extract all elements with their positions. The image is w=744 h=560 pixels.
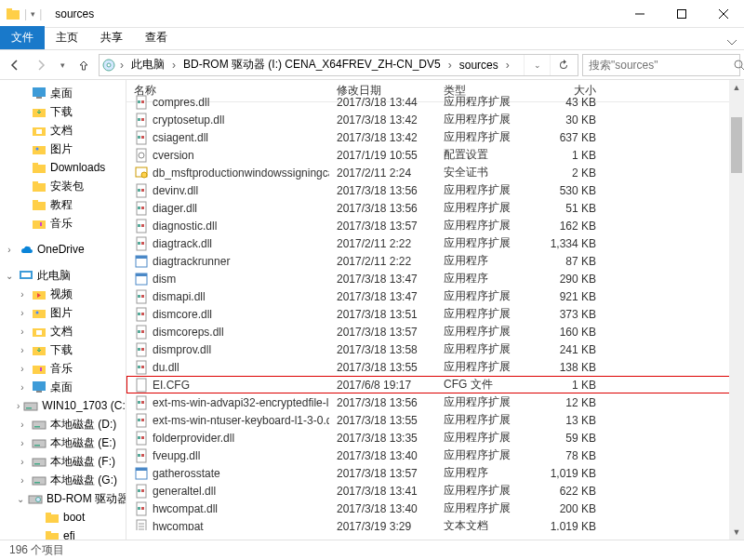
tab-view[interactable]: 查看 — [134, 26, 179, 49]
file-row[interactable]: fveupg.dll2017/3/18 13:40应用程序扩展78 KB — [126, 447, 744, 464]
expand-icon[interactable]: › — [17, 401, 20, 411]
tree-item[interactable]: 桌面 — [0, 84, 126, 102]
expand-icon[interactable]: ⌄ — [4, 271, 15, 281]
forward-button[interactable] — [30, 54, 52, 76]
back-button[interactable] — [4, 54, 26, 76]
file-row[interactable]: gatherosstate2017/3/18 13:57应用程序1,019 KB — [126, 464, 744, 482]
recent-dropdown-icon[interactable]: ▾ — [56, 54, 69, 76]
file-row[interactable]: diagtrackrunner2017/2/11 2:22应用程序87 KB — [126, 252, 744, 270]
search-input[interactable] — [583, 59, 734, 72]
expand-icon[interactable]: › — [17, 438, 28, 448]
file-row[interactable]: csiagent.dll2017/3/18 13:42应用程序扩展637 KB — [126, 128, 744, 146]
expand-icon[interactable]: › — [17, 345, 28, 355]
maximize-button[interactable] — [660, 0, 702, 28]
file-row[interactable]: hwcompat.dll2017/3/18 13:40应用程序扩展200 KB — [126, 500, 744, 517]
tree-item[interactable]: 安装包 — [0, 177, 126, 195]
tree-item[interactable]: 图片 — [0, 140, 126, 158]
tree-item[interactable]: ›本地磁盘 (F:) — [0, 452, 126, 471]
file-row[interactable]: compres.dll2017/3/18 13:44应用程序扩展43 KB — [126, 93, 744, 111]
chevron-right-icon[interactable]: › — [502, 59, 513, 72]
tree-item-label: 图片 — [50, 141, 73, 157]
search-icon[interactable] — [734, 60, 744, 71]
ribbon-expand-icon[interactable] — [720, 36, 744, 49]
tree-item[interactable]: ›视频 — [0, 285, 126, 303]
expand-icon[interactable]: › — [17, 308, 28, 318]
file-row[interactable]: dismcore.dll2017/3/18 13:51应用程序扩展373 KB — [126, 305, 744, 323]
scroll-up-icon[interactable]: ▲ — [729, 80, 744, 95]
file-row[interactable]: generaltel.dll2017/3/18 13:41应用程序扩展622 K… — [126, 482, 744, 500]
file-icon — [134, 148, 149, 163]
file-row[interactable]: diager.dll2017/3/18 13:56应用程序扩展51 KB — [126, 199, 744, 217]
file-type: 应用程序 — [436, 271, 529, 287]
download-icon — [32, 104, 46, 119]
addr-dropdown-icon[interactable]: ⌄ — [524, 54, 550, 76]
file-row[interactable]: cryptosetup.dll2017/3/18 13:42应用程序扩展30 K… — [126, 111, 744, 128]
search-box[interactable] — [582, 54, 740, 76]
address-bar[interactable]: › 此电脑› BD-ROM 驱动器 (I:) CENA_X64FREV_ZH-C… — [99, 54, 578, 76]
file-row[interactable]: dism2017/3/18 13:47应用程序290 KB — [126, 270, 744, 287]
expand-icon[interactable]: › — [4, 245, 15, 255]
tree-item[interactable]: ›文档 — [0, 322, 126, 340]
svg-point-16 — [36, 148, 39, 151]
tree-item[interactable]: 下载 — [0, 102, 126, 121]
tab-home[interactable]: 主页 — [45, 26, 89, 49]
tree-item[interactable]: Downloads — [0, 158, 126, 177]
expand-icon[interactable]: › — [17, 364, 28, 374]
file-row[interactable]: diagnostic.dll2017/3/18 13:57应用程序扩展162 K… — [126, 217, 744, 234]
file-row[interactable]: diagtrack.dll2017/2/11 2:22应用程序扩展1,334 K… — [126, 234, 744, 252]
tree-item[interactable]: ›图片 — [0, 303, 126, 322]
tree-item[interactable]: ⌄BD-ROM 驱动器 — [0, 489, 126, 508]
expand-icon[interactable]: › — [17, 327, 28, 337]
file-row[interactable]: folderprovider.dll2017/3/18 13:35应用程序扩展5… — [126, 429, 744, 447]
tree-item[interactable]: ›本地磁盘 (G:) — [0, 471, 126, 489]
tab-share[interactable]: 共享 — [89, 26, 134, 49]
file-row[interactable]: ext-ms-win-advapi32-encryptedfile-l1...2… — [126, 393, 744, 411]
file-row[interactable]: devinv.dll2017/3/18 13:56应用程序扩展530 KB — [126, 181, 744, 199]
svg-rect-114 — [141, 489, 144, 492]
file-row[interactable]: du.dll2017/3/18 13:55应用程序扩展138 KB — [126, 358, 744, 376]
scroll-down-icon[interactable]: ▼ — [729, 525, 744, 540]
tree-item[interactable]: ›音乐 — [0, 359, 126, 378]
nav-tree[interactable]: 桌面下载文档图片Downloads安装包教程音乐›OneDrive⌄此电脑›视频… — [0, 80, 126, 540]
expand-icon[interactable]: › — [17, 475, 28, 486]
tree-item[interactable]: ›本地磁盘 (D:) — [0, 415, 126, 433]
tab-file[interactable]: 文件 — [0, 26, 45, 49]
scroll-thumb[interactable] — [731, 117, 742, 173]
tree-item[interactable]: 文档 — [0, 121, 126, 140]
tree-item[interactable]: ›本地磁盘 (E:) — [0, 433, 126, 452]
expand-icon[interactable]: › — [17, 289, 28, 300]
chevron-right-icon[interactable]: › — [168, 59, 179, 72]
minimize-button[interactable] — [618, 0, 660, 28]
tree-item[interactable]: ›WIN10_1703 (C:) — [0, 396, 126, 415]
file-row[interactable]: hwcompat2017/3/19 3:29文本文档1,019 KB — [126, 517, 744, 530]
expand-icon[interactable]: ⌄ — [17, 494, 24, 504]
expand-icon[interactable]: › — [17, 382, 28, 393]
qat-dropdown-icon[interactable]: ▾ — [31, 9, 35, 19]
tree-item[interactable]: 教程 — [0, 195, 126, 214]
scrollbar[interactable]: ▲ ▼ — [729, 80, 744, 540]
tree-item[interactable]: 音乐 — [0, 214, 126, 233]
file-row[interactable]: ext-ms-win-ntuser-keyboard-l1-3-0.dll201… — [126, 411, 744, 429]
up-button[interactable] — [73, 54, 95, 76]
tree-item[interactable]: boot — [0, 508, 126, 527]
refresh-button[interactable] — [550, 54, 576, 76]
file-name: hwcompat — [153, 520, 204, 531]
file-row[interactable]: dismcoreps.dll2017/3/18 13:57应用程序扩展160 K… — [126, 323, 744, 340]
tree-item[interactable]: ⌄此电脑 — [0, 266, 126, 285]
expand-icon[interactable]: › — [17, 457, 28, 467]
svg-rect-57 — [138, 118, 140, 121]
file-row[interactable]: dismprov.dll2017/3/18 13:58应用程序扩展241 KB — [126, 340, 744, 358]
chevron-right-icon[interactable]: › — [445, 59, 456, 72]
expand-icon[interactable]: › — [17, 420, 28, 430]
tree-item[interactable]: ›下载 — [0, 340, 126, 359]
tree-item[interactable]: efi — [0, 527, 126, 540]
file-row[interactable]: db_msftproductionwindowssigningca2017/2/… — [126, 164, 744, 181]
tree-item[interactable]: ›桌面 — [0, 378, 126, 396]
chevron-right-icon[interactable]: › — [116, 59, 127, 72]
onedrive-icon — [19, 242, 33, 257]
file-row[interactable]: dismapi.dll2017/3/18 13:47应用程序扩展921 KB — [126, 287, 744, 305]
file-row[interactable]: EI.CFG2017/6/8 19:17CFG 文件1 KB — [126, 376, 744, 393]
tree-item[interactable]: ›OneDrive — [0, 240, 126, 259]
close-button[interactable] — [702, 0, 744, 28]
file-row[interactable]: cversion2017/1/19 10:55配置设置1 KB — [126, 146, 744, 164]
